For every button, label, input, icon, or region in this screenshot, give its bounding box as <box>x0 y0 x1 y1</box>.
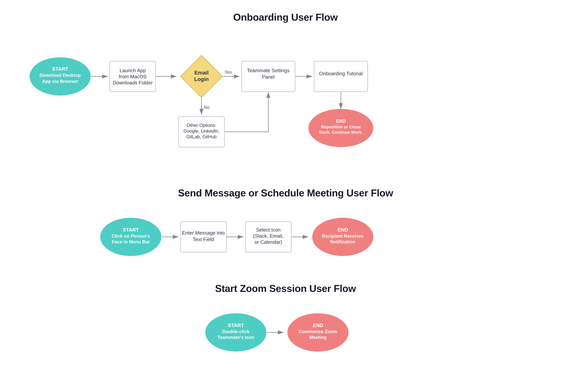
svg-text:Teammate Settings: Teammate Settings <box>247 68 290 73</box>
onboarding-flow: Onboarding User Flow START Download Desk… <box>15 12 556 168</box>
zoom-diagram: START Double-click Teammate's Icon END C… <box>200 306 371 359</box>
svg-text:START: START <box>228 322 244 328</box>
svg-text:from MacOS: from MacOS <box>119 74 147 79</box>
onboarding-diagram: START Download Desktop App via Browser L… <box>18 34 553 168</box>
svg-text:Panel: Panel <box>262 74 275 80</box>
svg-text:Launch App: Launch App <box>120 68 146 73</box>
svg-text:Downloads Folder: Downloads Folder <box>113 80 153 86</box>
svg-text:Other Options:: Other Options: <box>186 123 216 128</box>
svg-text:(Slack, Email,: (Slack, Email, <box>253 233 284 239</box>
svg-text:END: END <box>336 118 346 124</box>
svg-text:Google, LinkedIn,: Google, LinkedIn, <box>184 128 219 133</box>
svg-text:GitLab, GitHub: GitLab, GitHub <box>186 134 217 139</box>
svg-text:No: No <box>204 105 210 110</box>
svg-text:Login: Login <box>194 76 209 82</box>
svg-text:Teammate's Icon: Teammate's Icon <box>217 335 254 340</box>
svg-text:Text Field: Text Field <box>193 236 214 242</box>
svg-text:Notification: Notification <box>330 239 355 244</box>
svg-text:Recipient Receives: Recipient Receives <box>322 233 364 239</box>
flow2-title: Send Message or Schedule Meeting User Fl… <box>15 187 556 199</box>
svg-text:END: END <box>338 227 348 233</box>
svg-text:Commence Zoom: Commence Zoom <box>299 329 337 334</box>
flow3-title: Start Zoom Session User Flow <box>15 283 556 294</box>
flow1-title: Onboarding User Flow <box>15 12 556 23</box>
svg-text:START: START <box>52 66 68 72</box>
svg-text:Download Desktop: Download Desktop <box>40 73 81 78</box>
svg-text:Meeting: Meeting <box>309 335 327 340</box>
svg-text:Enter Message into: Enter Message into <box>182 230 225 236</box>
svg-text:or Calendar): or Calendar) <box>255 239 282 245</box>
message-flow: Send Message or Schedule Meeting User Fl… <box>15 187 556 264</box>
svg-text:Reposition or Close: Reposition or Close <box>321 125 361 129</box>
svg-text:Dock. Continue Work.: Dock. Continue Work. <box>319 130 363 135</box>
svg-text:END: END <box>313 322 323 328</box>
svg-text:Click on Person's: Click on Person's <box>112 233 150 239</box>
svg-text:Email: Email <box>194 70 209 76</box>
svg-text:Onboarding Tutorial: Onboarding Tutorial <box>319 71 363 76</box>
svg-text:Double-click: Double-click <box>222 329 250 334</box>
zoom-flow: Start Zoom Session User Flow START Doubl… <box>15 283 556 359</box>
flow1-onboarding-tutorial-node <box>314 61 368 92</box>
svg-text:Face in Menu Bar: Face in Menu Bar <box>112 239 150 244</box>
svg-text:App via Browser: App via Browser <box>42 79 78 84</box>
message-diagram: START Click on Person's Face in Menu Bar… <box>95 210 476 264</box>
svg-text:Yes: Yes <box>224 70 232 75</box>
svg-text:START: START <box>123 227 139 233</box>
svg-text:Select Icon: Select Icon <box>256 227 281 233</box>
